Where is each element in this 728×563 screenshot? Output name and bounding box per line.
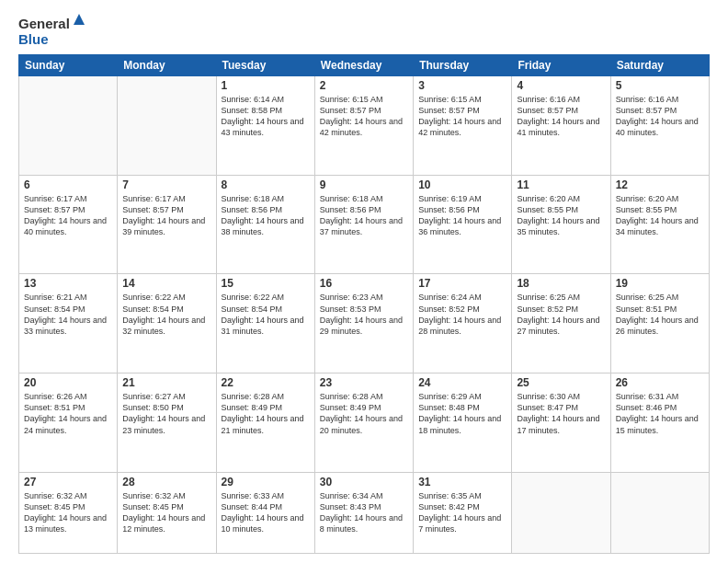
cell-details: Sunrise: 6:26 AMSunset: 8:51 PMDaylight:… [24,391,112,436]
calendar-cell: 1Sunrise: 6:14 AMSunset: 8:58 PMDaylight… [216,76,314,176]
calendar-cell: 18Sunrise: 6:25 AMSunset: 8:52 PMDayligh… [512,274,610,373]
calendar-cell: 6Sunrise: 6:17 AMSunset: 8:57 PMDaylight… [19,175,118,274]
day-number: 20 [24,376,112,389]
calendar-cell: 9Sunrise: 6:18 AMSunset: 8:56 PMDaylight… [314,175,413,274]
calendar-row-2: 13Sunrise: 6:21 AMSunset: 8:54 PMDayligh… [19,274,710,373]
cell-details: Sunrise: 6:31 AMSunset: 8:46 PMDaylight:… [616,391,704,436]
weekday-header-wednesday: Wednesday [314,55,413,76]
cell-details: Sunrise: 6:32 AMSunset: 8:45 PMDaylight:… [122,490,210,535]
day-number: 8 [222,178,310,191]
calendar-cell: 16Sunrise: 6:23 AMSunset: 8:53 PMDayligh… [314,274,413,373]
calendar-cell [19,76,118,176]
page: General Blue SundayMondayTuesdayWednesda… [0,0,728,563]
logo-triangle-icon [73,13,85,29]
calendar-cell [610,472,709,553]
cell-details: Sunrise: 6:28 AMSunset: 8:49 PMDaylight:… [222,391,310,436]
calendar-cell: 22Sunrise: 6:28 AMSunset: 8:49 PMDayligh… [216,373,314,473]
cell-details: Sunrise: 6:16 AMSunset: 8:57 PMDaylight:… [616,94,704,139]
calendar-cell: 2Sunrise: 6:15 AMSunset: 8:57 PMDaylight… [314,76,413,176]
cell-details: Sunrise: 6:18 AMSunset: 8:56 PMDaylight:… [320,193,408,238]
day-number: 10 [418,178,506,191]
calendar-cell: 30Sunrise: 6:34 AMSunset: 8:43 PMDayligh… [314,472,413,553]
day-number: 28 [122,476,210,488]
weekday-header-friday: Friday [512,55,610,76]
calendar-row-3: 20Sunrise: 6:26 AMSunset: 8:51 PMDayligh… [19,373,710,473]
cell-details: Sunrise: 6:28 AMSunset: 8:49 PMDaylight:… [320,391,408,436]
weekday-header-sunday: Sunday [19,55,118,76]
day-number: 25 [517,376,605,389]
day-number: 23 [320,376,408,389]
calendar-row-0: 1Sunrise: 6:14 AMSunset: 8:58 PMDaylight… [19,76,710,176]
day-number: 17 [418,277,506,290]
day-number: 31 [418,476,506,488]
day-number: 11 [517,178,605,191]
day-number: 6 [24,178,112,191]
day-number: 3 [418,79,506,92]
cell-details: Sunrise: 6:32 AMSunset: 8:45 PMDaylight:… [24,490,112,535]
calendar-cell: 13Sunrise: 6:21 AMSunset: 8:54 PMDayligh… [19,274,118,373]
day-number: 7 [122,178,210,191]
calendar-cell: 23Sunrise: 6:28 AMSunset: 8:49 PMDayligh… [314,373,413,473]
calendar-row-4: 27Sunrise: 6:32 AMSunset: 8:45 PMDayligh… [19,472,710,553]
calendar-cell: 28Sunrise: 6:32 AMSunset: 8:45 PMDayligh… [118,472,216,553]
cell-details: Sunrise: 6:18 AMSunset: 8:56 PMDaylight:… [222,193,310,238]
cell-details: Sunrise: 6:34 AMSunset: 8:43 PMDaylight:… [320,490,408,535]
day-number: 16 [320,277,408,290]
weekday-header-row: SundayMondayTuesdayWednesdayThursdayFrid… [19,55,710,76]
day-number: 13 [24,277,112,290]
cell-details: Sunrise: 6:15 AMSunset: 8:57 PMDaylight:… [320,94,408,139]
calendar-cell: 10Sunrise: 6:19 AMSunset: 8:56 PMDayligh… [414,175,512,274]
day-number: 27 [24,476,112,488]
weekday-header-monday: Monday [118,55,216,76]
calendar-cell: 5Sunrise: 6:16 AMSunset: 8:57 PMDaylight… [610,76,709,176]
logo-blue: Blue [18,31,49,47]
calendar-cell: 29Sunrise: 6:33 AMSunset: 8:44 PMDayligh… [216,472,314,553]
logo: General Blue [18,15,85,47]
calendar-cell: 21Sunrise: 6:27 AMSunset: 8:50 PMDayligh… [118,373,216,473]
logo-general: General [18,16,70,31]
cell-details: Sunrise: 6:16 AMSunset: 8:57 PMDaylight:… [517,94,605,139]
cell-details: Sunrise: 6:25 AMSunset: 8:52 PMDaylight:… [517,292,605,337]
weekday-header-saturday: Saturday [610,55,709,76]
cell-details: Sunrise: 6:24 AMSunset: 8:52 PMDaylight:… [418,292,506,337]
day-number: 30 [320,476,408,488]
day-number: 12 [616,178,704,191]
day-number: 5 [616,79,704,92]
day-number: 18 [517,277,605,290]
cell-details: Sunrise: 6:14 AMSunset: 8:58 PMDaylight:… [222,94,310,139]
calendar-cell: 20Sunrise: 6:26 AMSunset: 8:51 PMDayligh… [19,373,118,473]
cell-details: Sunrise: 6:25 AMSunset: 8:51 PMDaylight:… [616,292,704,337]
calendar-cell: 7Sunrise: 6:17 AMSunset: 8:57 PMDaylight… [118,175,216,274]
cell-details: Sunrise: 6:30 AMSunset: 8:47 PMDaylight:… [517,391,605,436]
cell-details: Sunrise: 6:23 AMSunset: 8:53 PMDaylight:… [320,292,408,337]
calendar-cell: 11Sunrise: 6:20 AMSunset: 8:55 PMDayligh… [512,175,610,274]
day-number: 1 [222,79,310,92]
calendar-cell: 25Sunrise: 6:30 AMSunset: 8:47 PMDayligh… [512,373,610,473]
calendar-cell: 15Sunrise: 6:22 AMSunset: 8:54 PMDayligh… [216,274,314,373]
day-number: 21 [122,376,210,389]
svg-marker-0 [74,14,85,25]
cell-details: Sunrise: 6:27 AMSunset: 8:50 PMDaylight:… [122,391,210,436]
calendar-cell: 12Sunrise: 6:20 AMSunset: 8:55 PMDayligh… [610,175,709,274]
cell-details: Sunrise: 6:20 AMSunset: 8:55 PMDaylight:… [517,193,605,238]
calendar-row-1: 6Sunrise: 6:17 AMSunset: 8:57 PMDaylight… [19,175,710,274]
cell-details: Sunrise: 6:17 AMSunset: 8:57 PMDaylight:… [122,193,210,238]
calendar-table: SundayMondayTuesdayWednesdayThursdayFrid… [18,54,710,554]
day-number: 19 [616,277,704,290]
header: General Blue [18,15,710,47]
day-number: 15 [222,277,310,290]
cell-details: Sunrise: 6:35 AMSunset: 8:42 PMDaylight:… [418,490,506,535]
weekday-header-thursday: Thursday [414,55,512,76]
cell-details: Sunrise: 6:22 AMSunset: 8:54 PMDaylight:… [222,292,310,337]
day-number: 2 [320,79,408,92]
cell-details: Sunrise: 6:19 AMSunset: 8:56 PMDaylight:… [418,193,506,238]
calendar-cell [512,472,610,553]
calendar-cell: 17Sunrise: 6:24 AMSunset: 8:52 PMDayligh… [414,274,512,373]
cell-details: Sunrise: 6:22 AMSunset: 8:54 PMDaylight:… [122,292,210,337]
cell-details: Sunrise: 6:33 AMSunset: 8:44 PMDaylight:… [222,490,310,535]
cell-details: Sunrise: 6:21 AMSunset: 8:54 PMDaylight:… [24,292,112,337]
cell-details: Sunrise: 6:29 AMSunset: 8:48 PMDaylight:… [418,391,506,436]
cell-details: Sunrise: 6:15 AMSunset: 8:57 PMDaylight:… [418,94,506,139]
calendar-cell: 27Sunrise: 6:32 AMSunset: 8:45 PMDayligh… [19,472,118,553]
calendar-cell: 19Sunrise: 6:25 AMSunset: 8:51 PMDayligh… [610,274,709,373]
